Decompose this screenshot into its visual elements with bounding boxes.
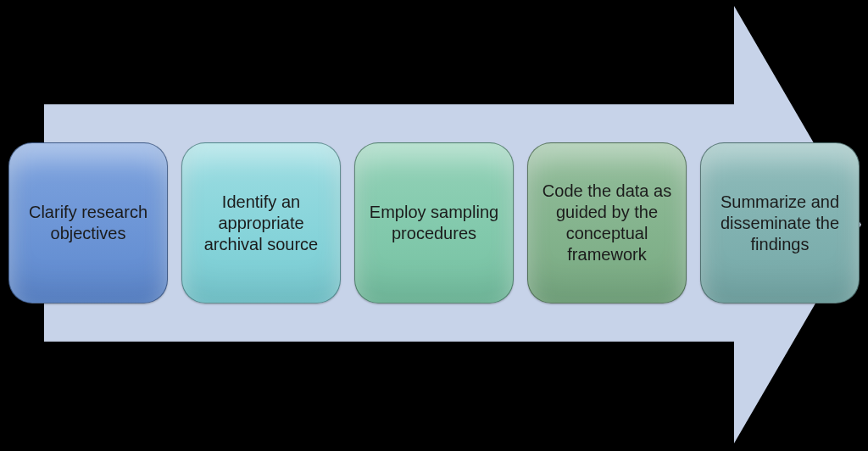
step-2-label: Identify an appropriate archival source [194,192,328,255]
steps-container: Clarify research objectives Identify an … [8,142,860,303]
step-4: Code the data as guided by the conceptua… [527,142,687,303]
step-1: Clarify research objectives [8,142,168,303]
step-3-label: Employ sampling procedures [367,202,501,244]
step-5: Summarize and disseminate the findings [700,142,860,303]
step-1-label: Clarify research objectives [21,202,155,244]
step-4-label: Code the data as guided by the conceptua… [540,181,674,265]
step-2: Identify an appropriate archival source [181,142,341,303]
step-5-label: Summarize and disseminate the findings [713,192,847,255]
process-arrow-diagram: Clarify research objectives Identify an … [0,0,868,451]
step-3: Employ sampling procedures [354,142,514,303]
